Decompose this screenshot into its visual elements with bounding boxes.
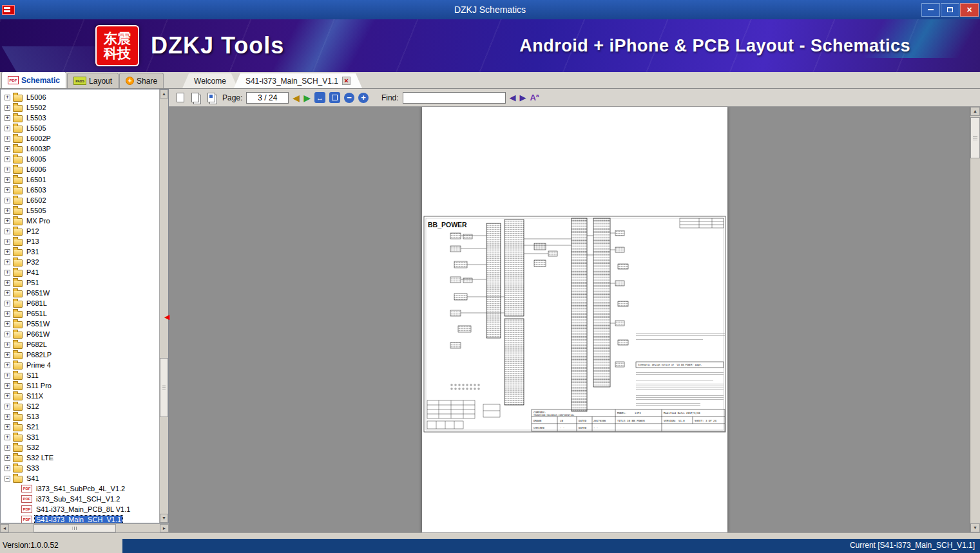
expand-toggle-icon[interactable]: +	[5, 105, 10, 111]
expand-toggle-icon[interactable]: +	[5, 455, 10, 461]
pdf-viewer[interactable]: BB_POWER	[169, 107, 980, 532]
tree-item-folder[interactable]: +L5006	[5, 92, 168, 102]
tree-item-folder[interactable]: +S11X	[5, 391, 168, 401]
tree-item-folder[interactable]: +L5505	[5, 123, 168, 133]
fit-width-button[interactable]: ↔	[314, 92, 325, 103]
expand-toggle-icon[interactable]: +	[5, 167, 10, 173]
tree-item-folder[interactable]: +P682LP	[5, 350, 168, 360]
scrollbar-thumb[interactable]	[160, 358, 168, 417]
expand-toggle-icon[interactable]: +	[5, 393, 10, 399]
tree-vertical-scrollbar[interactable]: ▲ ▼	[159, 89, 168, 523]
tab-share[interactable]: + Share	[119, 73, 164, 88]
expand-toggle-icon[interactable]: +	[5, 311, 10, 317]
expand-toggle-icon[interactable]: +	[5, 342, 10, 348]
tree-item-folder[interactable]: +S32	[5, 442, 168, 453]
tree-item-folder[interactable]: +L6003P	[5, 144, 168, 154]
expand-toggle-icon[interactable]: +	[5, 373, 10, 379]
expand-toggle-icon[interactable]: +	[5, 280, 10, 286]
expand-toggle-icon[interactable]: +	[5, 259, 10, 265]
tree-item-folder[interactable]: +L6005	[5, 154, 168, 164]
tree-item-folder[interactable]: +P13	[5, 236, 168, 247]
tree-item-folder[interactable]: +L5505	[5, 205, 168, 216]
expand-toggle-icon[interactable]: +	[5, 187, 10, 193]
expand-toggle-icon[interactable]: +	[5, 136, 10, 142]
scroll-left-button[interactable]: ◄	[0, 524, 9, 532]
find-next-button[interactable]: ▶	[520, 93, 526, 102]
expand-toggle-icon[interactable]: +	[5, 321, 10, 327]
expand-toggle-icon[interactable]: +	[5, 270, 10, 276]
expand-toggle-icon[interactable]: +	[5, 404, 10, 409]
tree-item-folder[interactable]: +S11 Pro	[5, 380, 168, 391]
find-previous-button[interactable]: ◀	[510, 93, 516, 102]
scroll-right-button[interactable]: ►	[160, 524, 169, 532]
tree-item-folder[interactable]: +L6502	[5, 195, 168, 205]
minimize-button[interactable]	[921, 3, 940, 17]
page-number-input[interactable]	[246, 92, 289, 104]
expand-toggle-icon[interactable]: +	[5, 218, 10, 224]
expand-toggle-icon[interactable]: −	[5, 476, 10, 482]
tree-item-folder[interactable]: +S33	[5, 463, 168, 473]
tree-horizontal-scrollbar[interactable]: ◄ ►	[0, 523, 169, 532]
expand-toggle-icon[interactable]: +	[5, 301, 10, 306]
tree-item-folder[interactable]: +L6503	[5, 185, 168, 195]
close-button[interactable]: ×	[960, 3, 979, 17]
tree-item-folder[interactable]: +S31	[5, 432, 168, 442]
expand-toggle-icon[interactable]: +	[5, 208, 10, 214]
scroll-down-button[interactable]: ▼	[160, 514, 168, 523]
tree-item-folder[interactable]: +L5502	[5, 102, 168, 113]
tree-item-folder[interactable]: +P551W	[5, 319, 168, 329]
tree-item-folder[interactable]: −S41	[5, 473, 168, 483]
expand-toggle-icon[interactable]: +	[5, 95, 10, 100]
expand-toggle-icon[interactable]: +	[5, 445, 10, 451]
expand-toggle-icon[interactable]: +	[5, 146, 10, 152]
expand-toggle-icon[interactable]: +	[5, 332, 10, 337]
doc-tab[interactable]: Welcome	[182, 73, 238, 88]
fit-page-button[interactable]	[329, 92, 340, 103]
expand-toggle-icon[interactable]: +	[5, 352, 10, 358]
tree-item-folder[interactable]: +P682L	[5, 339, 168, 350]
tree-item-pdf[interactable]: PDFS41-i373_Main_SCH_V1.1	[5, 514, 168, 523]
close-tab-icon[interactable]: ×	[342, 77, 351, 85]
scrollbar-thumb[interactable]	[970, 117, 980, 158]
tree-item-folder[interactable]: +P31	[5, 247, 168, 257]
expand-toggle-icon[interactable]: +	[5, 290, 10, 296]
scroll-up-button[interactable]: ▲	[160, 89, 168, 98]
maximize-button[interactable]	[941, 3, 959, 17]
splitter-collapse-arrow[interactable]: ◀	[164, 313, 169, 321]
scrollbar-thumb[interactable]	[34, 524, 116, 532]
tree-item-folder[interactable]: +S32 LTE	[5, 453, 168, 463]
tree-item-folder[interactable]: +P51	[5, 277, 168, 288]
tree-item-folder[interactable]: +P12	[5, 226, 168, 236]
tree-item-folder[interactable]: +L6002P	[5, 133, 168, 144]
expand-toggle-icon[interactable]: +	[5, 383, 10, 389]
tree-item-folder[interactable]: +P32	[5, 257, 168, 267]
tree-item-folder[interactable]: +P651W	[5, 288, 168, 298]
tree-item-pdf[interactable]: PDFi373_Sub_S41_SCH_V1.2	[5, 494, 168, 504]
expand-toggle-icon[interactable]: +	[5, 126, 10, 131]
tree-item-folder[interactable]: +MX Pro	[5, 216, 168, 226]
expand-toggle-icon[interactable]: +	[5, 156, 10, 162]
tree-item-folder[interactable]: +Prime 4	[5, 360, 168, 370]
tab-schematic[interactable]: PDF Schematic	[1, 71, 66, 88]
tree-item-folder[interactable]: +L5503	[5, 113, 168, 123]
expand-toggle-icon[interactable]: +	[5, 239, 10, 245]
doc-tab[interactable]: S41-i373_Main_SCH_V1.1×	[234, 73, 362, 88]
expand-toggle-icon[interactable]: +	[5, 249, 10, 255]
scroll-down-button[interactable]: ▼	[970, 523, 980, 532]
tree-item-folder[interactable]: +P41	[5, 267, 168, 277]
tree-item-folder[interactable]: +S13	[5, 411, 168, 422]
two-page-view-icon[interactable]	[190, 91, 202, 104]
tree-item-folder[interactable]: +L6006	[5, 164, 168, 174]
scroll-up-button[interactable]: ▲	[970, 107, 980, 116]
find-input[interactable]	[403, 92, 506, 104]
tree-item-folder[interactable]: +S12	[5, 401, 168, 411]
previous-page-button[interactable]: ◀	[293, 93, 300, 102]
expand-toggle-icon[interactable]: +	[5, 177, 10, 183]
expand-toggle-icon[interactable]: +	[5, 362, 10, 368]
tree-item-folder[interactable]: +P651L	[5, 308, 168, 319]
zoom-out-button[interactable]: −	[344, 93, 354, 103]
tree-item-folder[interactable]: +S11	[5, 370, 168, 380]
tree-item-folder[interactable]: +L6501	[5, 174, 168, 185]
tree-item-pdf[interactable]: PDFi373_S41_SubPcb_4L_V1.2	[5, 483, 168, 494]
expand-toggle-icon[interactable]: +	[5, 435, 10, 440]
